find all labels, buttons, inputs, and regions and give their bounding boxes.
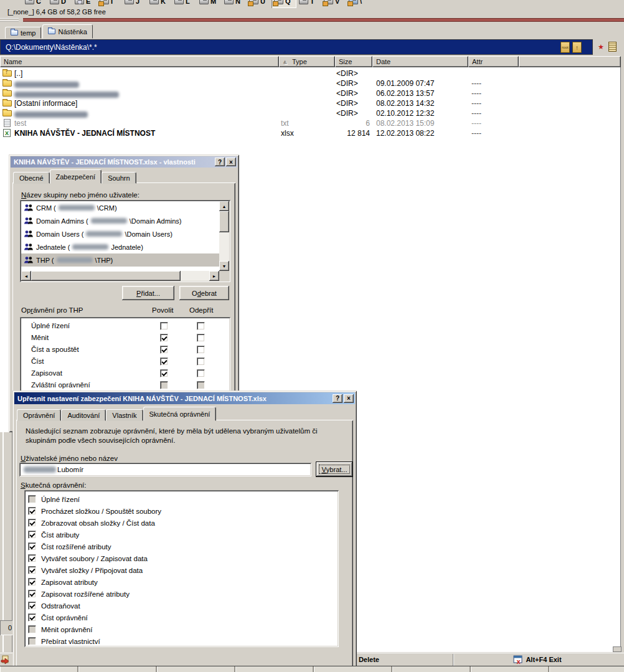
close-button[interactable]: × bbox=[344, 394, 354, 403]
dialog-tab[interactable]: Skutečná oprávnění bbox=[143, 407, 217, 421]
dialog-tab[interactable]: Souhrn bbox=[102, 172, 136, 184]
drive-button[interactable]: L bbox=[172, 0, 197, 8]
permission-checkbox[interactable] bbox=[28, 613, 36, 622]
permission-checkbox[interactable] bbox=[28, 566, 36, 574]
drive-button[interactable]: E bbox=[72, 0, 97, 8]
folder-tab[interactable]: temp bbox=[5, 27, 41, 39]
add-button[interactable]: Přidat... bbox=[122, 286, 174, 300]
help-button[interactable]: ? bbox=[215, 158, 225, 166]
folder-tab-icon bbox=[48, 29, 55, 34]
dialog-tab[interactable]: Zabezpečení bbox=[50, 169, 102, 184]
column-header-empty[interactable] bbox=[519, 56, 621, 67]
file-row[interactable]: test txt 6 08.02.2013 15:09 ---- bbox=[0, 118, 620, 128]
drive-button[interactable]: T bbox=[296, 0, 321, 8]
parent-dir-icon[interactable]: ↑ bbox=[572, 42, 582, 53]
drive-button[interactable]: C bbox=[22, 0, 47, 8]
permission-checkbox[interactable] bbox=[28, 602, 36, 610]
file-name: test bbox=[14, 119, 26, 128]
file-row[interactable]: <DIR> 06.02.2013 13:57 ---- bbox=[0, 88, 620, 98]
deny-checkbox[interactable] bbox=[197, 346, 205, 354]
properties-dialog-titlebar[interactable]: KNIHA NÁVŠTĚV - JEDNACÍ MÍSTNOST.xlsx - … bbox=[11, 156, 237, 168]
group-list-item[interactable]: CRM ( \CRM) bbox=[21, 201, 219, 214]
file-row[interactable]: KNIHA NÁVŠTĚV - JEDNACÍ MÍSTNOST xlsx 12… bbox=[0, 128, 620, 138]
drive-button[interactable]: U bbox=[247, 0, 272, 8]
file-row[interactable]: [..] <DIR> bbox=[0, 69, 620, 78]
deny-checkbox[interactable] bbox=[197, 334, 205, 342]
scroll-right-icon[interactable]: ► bbox=[209, 271, 219, 281]
drive-button[interactable]: K bbox=[147, 0, 172, 8]
drive-button[interactable]: J bbox=[122, 0, 147, 8]
dialog-tab[interactable]: Vlastník bbox=[106, 409, 143, 421]
drive-button[interactable]: \ bbox=[346, 0, 371, 8]
group-list-item[interactable]: Domain Admins ( \Domain Admins) bbox=[21, 214, 219, 227]
allow-checkbox[interactable] bbox=[160, 369, 168, 377]
permission-checkbox[interactable] bbox=[28, 578, 36, 586]
exit-button[interactable]: x Alt+F4 Exit bbox=[454, 653, 621, 666]
permission-checkbox[interactable] bbox=[28, 554, 36, 562]
permission-checkbox[interactable] bbox=[28, 519, 36, 527]
deny-checkbox[interactable] bbox=[197, 381, 205, 389]
copy-arrow-icon[interactable] bbox=[1, 655, 9, 665]
scroll-left-icon[interactable]: ◄ bbox=[21, 271, 31, 281]
allow-checkbox[interactable] bbox=[160, 334, 168, 342]
dialog-tab[interactable]: Obecné bbox=[13, 172, 50, 184]
permission-checkbox[interactable] bbox=[28, 625, 36, 633]
drive-button[interactable]: M bbox=[197, 0, 222, 8]
scroll-down-icon[interactable]: ▼ bbox=[219, 261, 229, 271]
history-icon[interactable] bbox=[608, 42, 617, 52]
deny-checkbox[interactable] bbox=[197, 322, 205, 330]
group-list-item[interactable]: THP ( \THP) bbox=[21, 253, 219, 267]
user-name-field[interactable]: Lubomír bbox=[19, 463, 311, 476]
root-dir-icon[interactable]: root bbox=[560, 42, 570, 53]
favorites-icon[interactable]: ★ bbox=[596, 41, 606, 52]
group-list-item[interactable]: Domain Users ( \Domain Users) bbox=[21, 227, 219, 240]
column-header-type[interactable]: ▲Type bbox=[279, 56, 335, 67]
folder-tab[interactable]: Nástěnka bbox=[42, 24, 92, 39]
drive-icon bbox=[100, 0, 109, 4]
drive-button[interactable]: V bbox=[321, 0, 346, 8]
advanced-dialog-titlebar[interactable]: Upřesnit nastavení zabezpečení KNIHA NÁV… bbox=[14, 392, 355, 404]
file-row[interactable]: [Ostatní informace] <DIR> 08.02.2013 14:… bbox=[0, 98, 620, 108]
permission-checkbox[interactable] bbox=[28, 507, 36, 515]
dialog-tab[interactable]: Oprávnění bbox=[17, 409, 61, 421]
horizontal-scrollbar[interactable]: ◄ ► bbox=[21, 271, 219, 281]
allow-checkbox[interactable] bbox=[160, 381, 168, 389]
file-row[interactable]: <DIR> 09.01.2009 07:47 ---- bbox=[0, 78, 620, 88]
panel-splitter[interactable] bbox=[23, 18, 624, 22]
close-button[interactable]: × bbox=[226, 158, 236, 166]
splitter-grip[interactable] bbox=[0, 21, 19, 22]
path-bar[interactable]: Q:\Dokumenty\Nástěnka\*.* root ↑ bbox=[0, 39, 593, 55]
taskbar-edge[interactable] bbox=[0, 666, 624, 672]
scrollbar-thumb[interactable] bbox=[219, 211, 229, 232]
permission-checkbox[interactable] bbox=[28, 495, 36, 503]
column-header-attr[interactable]: Attr bbox=[468, 56, 519, 67]
effective-permission-row: Měnit oprávnění bbox=[28, 623, 339, 635]
column-header-size[interactable]: Size bbox=[335, 56, 372, 67]
scroll-up-icon[interactable]: ▲ bbox=[219, 201, 229, 211]
allow-checkbox[interactable] bbox=[160, 357, 168, 366]
drive-button[interactable]: Q bbox=[272, 0, 296, 8]
allow-checkbox[interactable] bbox=[160, 322, 168, 330]
scrollbar-thumb[interactable] bbox=[31, 271, 181, 281]
file-row[interactable]: <DIR> 02.10.2012 12:32 ---- bbox=[0, 108, 620, 118]
splitter-grip[interactable] bbox=[0, 18, 19, 19]
allow-checkbox[interactable] bbox=[160, 346, 168, 354]
column-header-date[interactable]: Date bbox=[372, 56, 468, 67]
group-list-item[interactable]: Jednatele ( Jednatele) bbox=[21, 240, 219, 253]
help-button[interactable]: ? bbox=[333, 394, 343, 403]
deny-checkbox[interactable] bbox=[197, 357, 205, 366]
permission-checkbox[interactable] bbox=[28, 542, 36, 551]
vertical-scrollbar[interactable]: ▲ ▼ bbox=[219, 201, 229, 271]
select-user-button[interactable]: Vybrat... bbox=[316, 462, 352, 476]
deny-checkbox[interactable] bbox=[197, 369, 205, 377]
drive-button[interactable]: D bbox=[47, 0, 72, 8]
dialog-tab[interactable]: Auditování bbox=[61, 409, 106, 421]
permission-checkbox[interactable] bbox=[28, 590, 36, 598]
column-header-name[interactable]: Name bbox=[0, 56, 279, 67]
permission-checkbox[interactable] bbox=[28, 531, 36, 539]
drive-button[interactable]: N bbox=[222, 0, 247, 8]
remove-button[interactable]: Odebrat bbox=[179, 286, 229, 300]
drive-button[interactable]: I bbox=[97, 0, 122, 8]
permission-checkbox[interactable] bbox=[28, 637, 36, 645]
drive-icon bbox=[50, 0, 59, 4]
